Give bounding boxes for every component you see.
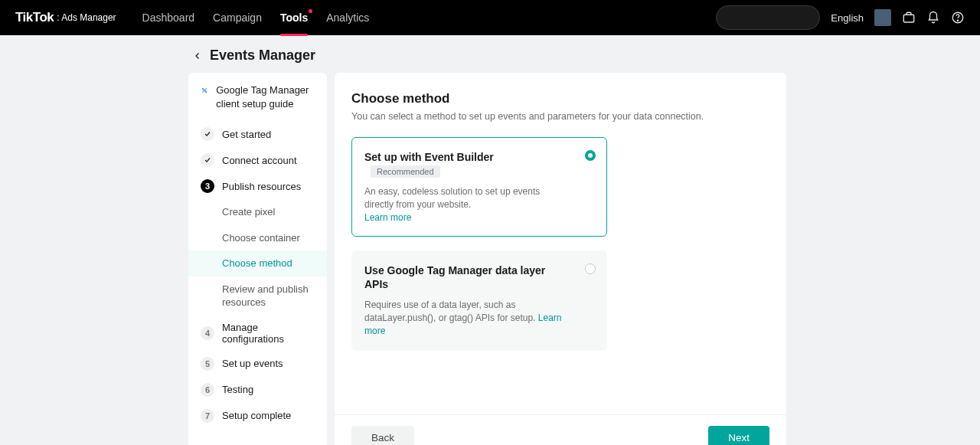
substep-choose-container[interactable]: Choose container xyxy=(188,225,327,251)
step-number-icon: 4 xyxy=(201,326,214,340)
next-button[interactable]: Next xyxy=(708,426,769,445)
nav-dashboard[interactable]: Dashboard xyxy=(142,0,195,35)
option-gtm-data-layer[interactable]: Use Google Tag Manager data layer APIs R… xyxy=(351,250,607,350)
option-desc-text: An easy, codeless solution to set up eve… xyxy=(364,186,540,210)
step-label: Testing xyxy=(222,384,253,395)
radio-icon xyxy=(585,263,596,274)
help-icon[interactable] xyxy=(951,11,965,25)
step-number-icon: 5 xyxy=(201,357,214,371)
gtm-icon xyxy=(201,83,208,97)
main-title: Choose method xyxy=(351,91,769,106)
step-get-started[interactable]: Get started xyxy=(188,121,327,147)
step-label: Manage configurations xyxy=(222,322,315,345)
step-label: Setup complete xyxy=(222,410,291,421)
step-label: Publish resources xyxy=(222,181,301,192)
option-desc: An easy, codeless solution to set up eve… xyxy=(364,185,568,224)
step-testing[interactable]: 6 Testing xyxy=(188,377,327,403)
logo-sub: : Ads Manager xyxy=(57,12,116,23)
logo[interactable]: TikTok : Ads Manager xyxy=(15,10,116,25)
account-pill[interactable] xyxy=(716,5,820,30)
check-icon xyxy=(201,127,214,141)
logo-main: TikTok xyxy=(15,10,54,25)
substep-choose-method[interactable]: Choose method xyxy=(188,250,327,276)
option-title: Set up with Event Builder xyxy=(364,151,494,163)
app-header: TikTok : Ads Manager Dashboard Campaign … xyxy=(0,0,980,35)
step-number-icon: 7 xyxy=(201,409,214,423)
back-button[interactable]: Back xyxy=(351,426,414,445)
step-connect-account[interactable]: Connect account xyxy=(188,147,327,173)
main-desc: You can select a method to set up events… xyxy=(351,111,769,122)
sidebar-heading: Google Tag Manager client setup guide xyxy=(188,83,327,121)
radio-icon xyxy=(585,150,596,161)
step-label: Set up events xyxy=(222,358,283,369)
svg-point-2 xyxy=(957,20,958,21)
option-title: Use Google Tag Manager data layer APIs xyxy=(364,264,545,290)
step-publish-resources[interactable]: 3 Publish resources xyxy=(188,173,327,199)
header-right: English xyxy=(716,5,965,30)
option-desc-text: Requires use of a data layer, such as da… xyxy=(364,299,538,323)
sidebar-heading-text: Google Tag Manager client setup guide xyxy=(216,83,315,110)
svg-rect-0 xyxy=(903,15,914,22)
step-label: Get started xyxy=(222,129,271,140)
main-panel: Choose method You can select a method to… xyxy=(335,73,786,445)
back-chevron-icon[interactable] xyxy=(193,51,202,61)
step-set-up-events[interactable]: 5 Set up events xyxy=(188,351,327,377)
option-desc: Requires use of a data layer, such as da… xyxy=(364,299,568,337)
nav-analytics[interactable]: Analytics xyxy=(326,0,369,35)
nav-tools[interactable]: Tools xyxy=(280,0,308,35)
substep-review-publish[interactable]: Review and publish resources xyxy=(188,276,327,316)
step-number-icon: 3 xyxy=(201,179,214,193)
substep-create-pixel[interactable]: Create pixel xyxy=(188,199,327,225)
check-icon xyxy=(201,153,214,167)
recommended-badge: Recommended xyxy=(371,165,440,178)
avatar[interactable] xyxy=(874,9,891,26)
step-number-icon: 6 xyxy=(201,383,214,397)
step-label: Connect account xyxy=(222,155,297,166)
nav-campaign[interactable]: Campaign xyxy=(213,0,262,35)
step-setup-complete[interactable]: 7 Setup complete xyxy=(188,403,327,429)
step-manage-configurations[interactable]: 4 Manage configurations xyxy=(188,316,327,351)
setup-sidebar: Google Tag Manager client setup guide Ge… xyxy=(188,73,327,445)
page-title: Events Manager xyxy=(210,47,315,64)
wizard-footer: Back Next xyxy=(335,414,786,445)
top-nav: Dashboard Campaign Tools Analytics xyxy=(142,0,370,35)
option-event-builder[interactable]: Set up with Event Builder Recommended An… xyxy=(351,137,607,237)
breadcrumb: Events Manager xyxy=(0,35,980,73)
briefcase-icon[interactable] xyxy=(902,11,916,25)
bell-icon[interactable] xyxy=(926,11,940,25)
learn-more-link[interactable]: Learn more xyxy=(364,212,411,223)
language-selector[interactable]: English xyxy=(831,12,864,24)
